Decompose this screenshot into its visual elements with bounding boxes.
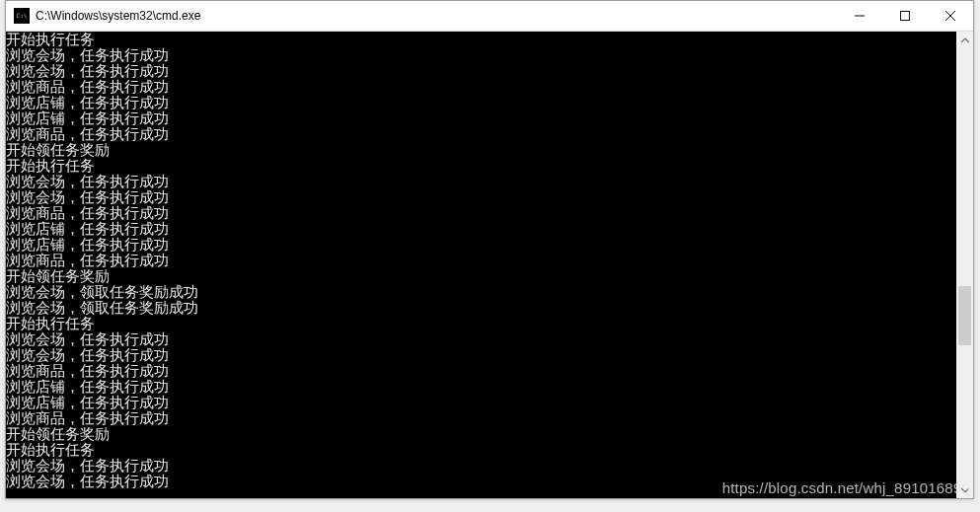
minimize-button[interactable]	[837, 1, 882, 31]
chevron-up-icon	[961, 37, 969, 44]
titlebar[interactable]: C:\Windows\system32\cmd.exe	[6, 1, 973, 32]
maximize-button[interactable]	[882, 1, 928, 31]
terminal-output[interactable]: 开始执行任务 浏览会场，任务执行成功 浏览会场，任务执行成功 浏览商品，任务执行…	[6, 32, 956, 498]
cmd-icon	[14, 8, 30, 24]
close-icon	[945, 11, 955, 21]
close-button[interactable]	[928, 1, 973, 31]
scroll-up-button[interactable]	[956, 32, 973, 48]
chevron-down-icon	[961, 486, 969, 494]
window-title: C:\Windows\system32\cmd.exe	[36, 9, 837, 23]
cmd-window: C:\Windows\system32\cmd.exe 开始执行任务 浏览会场，…	[5, 0, 974, 499]
minimize-icon	[855, 11, 865, 21]
client-area: 开始执行任务 浏览会场，任务执行成功 浏览会场，任务执行成功 浏览商品，任务执行…	[6, 32, 973, 498]
scroll-down-button[interactable]	[956, 481, 973, 498]
scroll-track[interactable]	[956, 48, 973, 481]
vertical-scrollbar[interactable]	[956, 32, 973, 498]
maximize-icon	[900, 11, 910, 21]
svg-rect-0	[901, 12, 910, 21]
scroll-thumb[interactable]	[958, 286, 971, 345]
window-buttons	[837, 1, 973, 31]
